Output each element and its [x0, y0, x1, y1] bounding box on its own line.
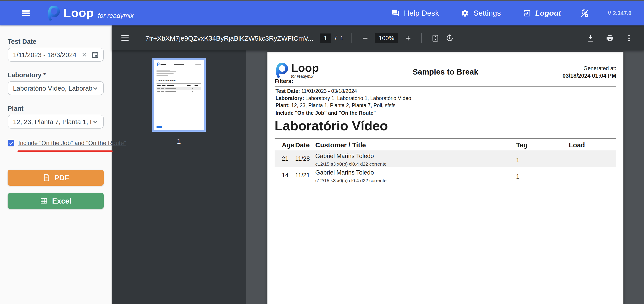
mini-loop-logo — [156, 62, 160, 66]
table-row: 21 11/28 Gabriel Marins Toledo c12/15 s3… — [274, 151, 616, 167]
chevron-down-icon — [92, 85, 99, 92]
thumbnail-panel: Laboratório Vídeo — [112, 50, 246, 304]
customer-name: Gabriel Marins Toledo — [315, 153, 516, 159]
kebab-menu-icon — [624, 34, 633, 42]
document-area[interactable]: Loop for readymix Samples to Break Gener… — [246, 50, 644, 304]
rotate-button[interactable] — [444, 32, 455, 44]
brand-name: Loop — [64, 6, 94, 20]
zoom-level[interactable]: 100% — [375, 33, 398, 43]
gear-icon — [461, 9, 469, 17]
pdf-button[interactable]: PDF — [8, 170, 104, 186]
laboratory-value: Laboratório Vídeo, Laborator — [13, 85, 92, 92]
column-header-load: Load — [569, 141, 616, 149]
calendar-icon[interactable] — [91, 51, 99, 58]
column-header-customer: Customer / Title — [315, 141, 516, 149]
filter-laboratory: Laboratory:Laboratory 1, Laboratório 1, … — [274, 96, 616, 101]
test-date-value: 1/11/2023 - 18/3/2024 — [13, 51, 81, 58]
table-row: 14 11/21 Gabriel Marins Toledo c12/15 s3… — [274, 167, 616, 183]
toolbar-divider — [351, 33, 352, 43]
download-icon — [586, 34, 594, 42]
table-header-row: Age Date Customer / Title Tag Load — [274, 139, 616, 151]
sample-title: c12/15 s3 x0(p) cl0.4 d22 corrente — [315, 161, 516, 166]
app-header: Loop for readymix Help Desk Settings L — [0, 0, 644, 25]
page-total: 1 — [340, 35, 344, 41]
document-icon — [42, 174, 50, 182]
loop-logo-icon — [46, 6, 60, 20]
filter-label: Plant: — [276, 103, 290, 108]
page-thumbnail[interactable]: Laboratório Vídeo — [152, 58, 206, 132]
column-header-tag: Tag — [516, 141, 569, 149]
plant-label: Plant — [8, 105, 104, 112]
logout-icon — [523, 9, 531, 17]
customer-name: Gabriel Marins Toledo — [315, 169, 516, 176]
chat-icon — [391, 9, 400, 17]
plus-icon — [404, 34, 412, 42]
page-number-input[interactable]: 1 — [320, 33, 332, 43]
laboratory-label: Laboratory * — [8, 71, 104, 79]
excel-button-label: Excel — [52, 197, 71, 205]
toolbar-divider — [421, 33, 422, 43]
column-header-age: Age — [282, 141, 295, 149]
settings-button[interactable]: Settings — [461, 9, 501, 18]
pdf-viewer: 7fr+XbXM7je9QZvxK34ByRjaBlKZW5kc3RyZWFtC… — [112, 25, 644, 304]
download-button[interactable] — [584, 32, 596, 44]
viewer-menu-icon[interactable] — [121, 35, 129, 41]
theme-toggle-button[interactable] — [580, 8, 590, 18]
page-separator: / — [335, 35, 337, 41]
red-underline-annotation — [18, 151, 113, 152]
clear-date-icon[interactable] — [81, 51, 88, 58]
rotate-icon — [445, 34, 454, 42]
filter-sidebar: Test Date 1/11/2023 - 18/3/2024 Laborato… — [0, 25, 112, 304]
help-desk-label: Help Desk — [404, 9, 439, 18]
section-title: Laboratório Vídeo — [274, 118, 616, 134]
minus-icon — [361, 34, 369, 42]
filter-value: 12, 23, Planta 1, Planta 2, Planta 7, Po… — [291, 103, 396, 108]
excel-button[interactable]: Excel — [8, 193, 104, 209]
help-desk-button[interactable]: Help Desk — [391, 9, 439, 18]
filter-test-date: Test Date:11/01/2023 - 03/18/2024 — [274, 88, 616, 94]
spreadsheet-icon — [40, 197, 48, 205]
print-button[interactable] — [604, 32, 616, 44]
test-date-input[interactable]: 1/11/2023 - 18/3/2024 — [8, 48, 104, 62]
filter-label: Test Date: — [276, 88, 300, 94]
include-checkbox-label[interactable]: Include "On the Job" and "On the Route" — [18, 140, 126, 147]
zoom-in-button[interactable] — [402, 32, 414, 44]
filters-heading: Filters: — [274, 78, 616, 84]
column-header-date: Date — [295, 141, 315, 149]
toolbar-actions — [584, 32, 634, 44]
chevron-down-icon — [92, 118, 99, 125]
cell-age: 21 — [282, 155, 295, 162]
cell-customer-title: Gabriel Marins Toledo c12/15 s3 x0(p) cl… — [315, 167, 516, 183]
cell-tag: 1 — [516, 157, 569, 167]
samples-table: Age Date Customer / Title Tag Load 21 11… — [274, 138, 616, 183]
menu-icon[interactable] — [22, 10, 30, 16]
fit-page-icon — [431, 34, 440, 42]
cell-age: 14 — [282, 172, 295, 178]
viewer-viewport: Laboratório Vídeo — [112, 50, 644, 304]
include-checkbox[interactable] — [8, 140, 14, 147]
generated-at-block: Generated at: 03/18/2024 01:04 PM — [520, 65, 616, 79]
more-options-button[interactable] — [623, 32, 634, 44]
theme-toggle-icon — [580, 8, 590, 18]
pdf-page: Loop for readymix Samples to Break Gener… — [268, 52, 624, 304]
zoom-out-button[interactable] — [359, 32, 371, 44]
report-brand-tagline: for readymix — [291, 74, 319, 79]
generated-at-value: 03/18/2024 01:04 PM — [520, 73, 616, 79]
mini-section-title: Laboratório Vídeo — [156, 79, 184, 81]
logout-button[interactable]: Logout — [523, 9, 561, 18]
test-date-label: Test Date — [8, 38, 104, 45]
thumbnail-page-number[interactable]: 1 — [177, 138, 181, 146]
filter-value: Laboratory 1, Laboratório 1, Laboratório… — [306, 96, 411, 101]
filter-value: 11/01/2023 - 03/18/2024 — [302, 88, 357, 94]
plant-value: 12, 23, Planta 7, Planta 1, Pla — [13, 118, 92, 125]
include-checkbox-row: Include "On the Job" and "On the Route" — [8, 140, 104, 147]
laboratory-select[interactable]: Laboratório Vídeo, Laborator — [8, 81, 104, 95]
fit-to-page-button[interactable] — [429, 32, 441, 44]
report-brand: Loop for readymix — [274, 62, 371, 79]
logout-label: Logout — [535, 9, 561, 18]
check-icon — [8, 140, 14, 146]
brand-tagline: for readymix — [98, 12, 134, 19]
plant-select[interactable]: 12, 23, Planta 7, Planta 1, Pla — [8, 115, 104, 129]
filter-label: Laboratory: — [276, 96, 304, 101]
loop-logo-icon — [274, 63, 288, 78]
